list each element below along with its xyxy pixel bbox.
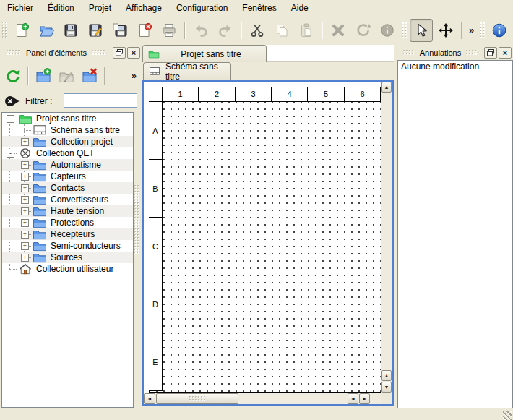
tree-expand-plus[interactable]: +: [21, 138, 29, 146]
toolbar-separator: [104, 67, 105, 85]
rotate-button[interactable]: [351, 19, 374, 42]
menu-affichage[interactable]: Affichage: [118, 0, 169, 15]
scroll-down-button[interactable]: ▼: [381, 382, 392, 393]
tree-expand-plus[interactable]: +: [21, 231, 29, 239]
new-category-button[interactable]: [33, 65, 54, 87]
tree-expand-plus[interactable]: +: [21, 207, 29, 215]
float-panel-button[interactable]: [484, 47, 497, 59]
reload-collections-button[interactable]: [2, 65, 24, 87]
copy-button[interactable]: [270, 19, 293, 42]
open-button[interactable]: [35, 19, 58, 42]
menu-fichier[interactable]: Fichier: [0, 0, 40, 15]
tree-item-1[interactable]: Schéma sans titre: [2, 124, 133, 136]
menu-fenetres[interactable]: Fenêtres: [235, 0, 283, 15]
close-panel-button[interactable]: ×: [127, 47, 140, 59]
tree-item-10[interactable]: +Récepteurs: [2, 228, 133, 240]
tab-label: Schéma sans titre: [165, 61, 230, 82]
tree-expand-plus[interactable]: +: [21, 184, 29, 192]
folder-blue-icon: [33, 194, 48, 205]
elements-tree[interactable]: -Projet sans titreSchéma sans titre+Coll…: [1, 112, 134, 408]
tree-expand-plus[interactable]: +: [21, 219, 29, 227]
tree-item-4[interactable]: +Automatisme: [2, 159, 133, 171]
undo-panel-title: Annulations: [420, 48, 462, 57]
panel-overflow-button[interactable]: »: [128, 65, 140, 87]
scroll-left-button-2[interactable]: ◄: [348, 393, 358, 404]
tree-expand-plus[interactable]: +: [21, 161, 29, 169]
horizontal-scroll-thumb[interactable]: [156, 393, 238, 404]
select-mode-button[interactable]: [410, 19, 433, 42]
tree-item-12[interactable]: +Sources: [2, 252, 133, 263]
horizontal-scrollbar[interactable]: ◄ ◄ ►: [144, 393, 381, 404]
vertical-scrollbar[interactable]: ▲ ▲ ▼: [381, 82, 392, 393]
toolbar-drag-handle[interactable]: [402, 22, 407, 39]
splitter-handle[interactable]: [134, 185, 139, 254]
schema-canvas[interactable]: 123456ABCDE: [144, 82, 381, 393]
undo-button[interactable]: [189, 19, 212, 42]
redo-button[interactable]: [214, 19, 237, 42]
tree-item-13[interactable]: Collection utilisateur: [2, 263, 133, 275]
scroll-right-button[interactable]: ►: [359, 393, 370, 404]
toolbar-drag-handle[interactable]: [2, 22, 7, 39]
tab-projet-sans-titre[interactable]: Projet sans titre: [142, 45, 267, 62]
tree-expand-minus[interactable]: -: [7, 150, 14, 158]
tree-item-7[interactable]: +Convertisseurs: [2, 194, 133, 205]
tree-item-8[interactable]: +Haute tension: [2, 205, 133, 217]
toolbar-separator: [241, 22, 242, 39]
menu-projet[interactable]: Projet: [82, 0, 118, 15]
dock-grip: [7, 50, 21, 56]
tree-item-5[interactable]: +Capteurs: [2, 171, 133, 182]
menu-edition[interactable]: Édition: [40, 0, 82, 15]
save-button[interactable]: [59, 19, 82, 42]
clear-filter-icon[interactable]: [4, 95, 20, 108]
filter-input[interactable]: [64, 93, 137, 108]
close-file-button[interactable]: [133, 19, 156, 42]
status-bar: [0, 408, 513, 420]
edit-category-button[interactable]: [56, 65, 77, 87]
tree-item-2[interactable]: +Collection projet: [2, 136, 133, 147]
about-button[interactable]: [488, 19, 511, 42]
undo-history-list[interactable]: Aucune modification: [397, 60, 513, 408]
cut-button[interactable]: [246, 19, 269, 42]
folder-blue-icon: [33, 171, 48, 182]
paste-button[interactable]: [295, 19, 318, 42]
toolbar-overflow-button[interactable]: »: [465, 20, 478, 41]
pan-mode-button[interactable]: [434, 19, 457, 42]
row-header-C: C: [149, 218, 163, 275]
undo-list-item-0[interactable]: Aucune modification: [398, 61, 512, 72]
tree-item-3[interactable]: -Collection QET: [2, 147, 133, 159]
save-as-button[interactable]: [84, 19, 107, 42]
toolbar-drag-handle[interactable]: [480, 22, 485, 39]
scroll-left-button[interactable]: ◄: [144, 393, 155, 404]
float-panel-button[interactable]: [113, 47, 126, 59]
scroll-up-button[interactable]: ▲: [381, 82, 392, 93]
window-resize-grip[interactable]: [503, 411, 512, 420]
delete-category-button[interactable]: [79, 65, 100, 87]
folder-blue-icon: [33, 182, 48, 194]
toolbar-separator: [27, 67, 29, 85]
tree-expand-minus[interactable]: -: [7, 115, 14, 123]
tree-item-9[interactable]: +Protections: [2, 217, 133, 228]
scroll-up-button-2[interactable]: ▲: [381, 370, 392, 381]
menu-aide[interactable]: Aide: [284, 0, 316, 15]
delete-button[interactable]: [327, 19, 350, 42]
print-button[interactable]: [158, 19, 181, 42]
column-header-6: 6: [345, 87, 381, 102]
column-header-4: 4: [272, 87, 308, 102]
scrollbar-corner: [381, 393, 392, 404]
tree-item-6[interactable]: +Contacts: [2, 182, 133, 194]
save-all-button[interactable]: [108, 19, 132, 42]
elements-panel-toolbar: »: [1, 62, 140, 90]
close-panel-button[interactable]: ×: [499, 47, 512, 59]
tab-schema-sans-titre[interactable]: Schéma sans titre: [143, 62, 231, 80]
tree-item-11[interactable]: +Semi-conducteurs: [2, 240, 133, 252]
menu-configuration[interactable]: Configuration: [169, 0, 235, 15]
new-project-button[interactable]: [10, 19, 33, 42]
home-icon: [18, 263, 33, 275]
tree-expand-plus[interactable]: +: [21, 196, 29, 204]
tree-expand-plus[interactable]: +: [21, 254, 29, 262]
tree-item-0[interactable]: -Projet sans titre: [2, 113, 133, 124]
element-info-button[interactable]: [376, 19, 399, 42]
tree-item-label: Collection utilisateur: [36, 264, 113, 274]
tree-expand-plus[interactable]: +: [21, 173, 29, 181]
tree-expand-plus[interactable]: +: [21, 242, 29, 250]
